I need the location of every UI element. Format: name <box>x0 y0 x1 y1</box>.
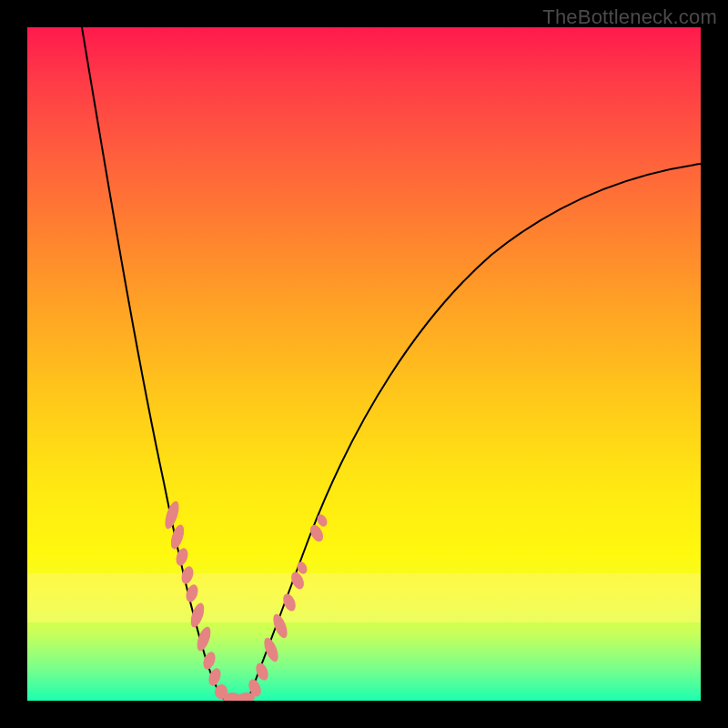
curves-svg <box>27 27 701 701</box>
right-curve <box>248 164 701 701</box>
watermark-label: TheBottleneck.com <box>542 5 717 29</box>
left-curve <box>82 27 226 701</box>
data-marker <box>280 592 298 612</box>
plot-area <box>27 27 701 701</box>
markers-group <box>162 500 329 701</box>
data-marker <box>270 612 290 640</box>
chart-frame: TheBottleneck.com <box>0 0 728 728</box>
data-marker <box>174 547 190 568</box>
